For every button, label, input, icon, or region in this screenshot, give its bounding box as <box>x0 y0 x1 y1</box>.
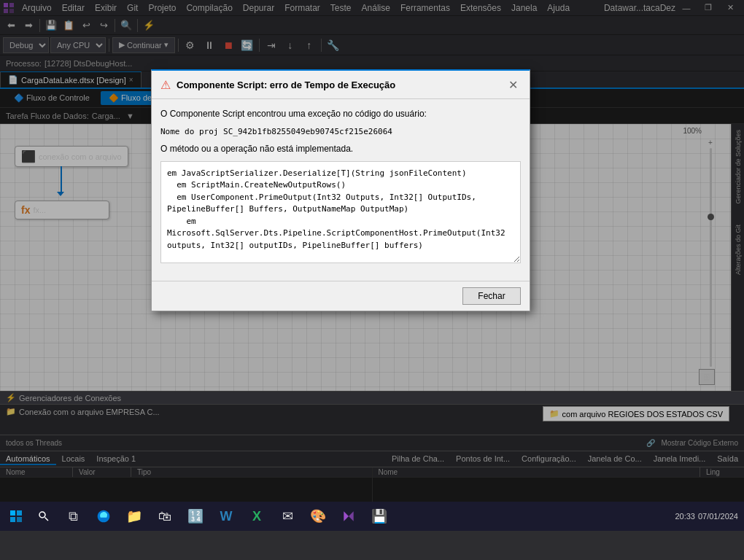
taskbar-app-explorer[interactable]: 📁 <box>120 503 149 529</box>
modal-overlay: ⚠ Componente Script: erro de Tempo de Ex… <box>0 0 744 502</box>
modal-message-1: O Componente Script encontrou uma exceçã… <box>160 108 521 120</box>
svg-point-8 <box>39 512 45 518</box>
start-button[interactable] <box>3 503 29 529</box>
svg-rect-7 <box>17 517 22 522</box>
modal-stacktrace[interactable]: em JavaScriptSerializer.Deserialize[T](S… <box>160 161 521 263</box>
modal-footer: Fechar <box>152 281 530 311</box>
modal-message-2: Nome do proj SC_942b1fb8255049eb90745cf2… <box>160 126 521 137</box>
taskbar-app-paint[interactable]: 🎨 <box>303 503 333 529</box>
modal-warning-icon: ⚠ <box>160 78 171 92</box>
svg-rect-5 <box>17 510 22 516</box>
modal-title: Componente Script: erro de Tempo de Exec… <box>177 79 499 90</box>
modal-fechar-button[interactable]: Fechar <box>462 287 521 305</box>
modal-body: O Componente Script encontrou uma exceçã… <box>152 99 530 281</box>
taskbar-app-store[interactable]: 🛍 <box>150 503 179 529</box>
taskbar-app-word[interactable]: W <box>212 503 241 529</box>
taskbar-app-vs[interactable] <box>334 503 363 529</box>
taskbar-app-ssms[interactable]: 💾 <box>365 503 394 529</box>
taskbar-date: 07/01/2024 <box>698 512 738 521</box>
taskbar: ⧉ 📁 🛍 🔢 W X ✉ 🎨 💾 20:33 07/01/2024 <box>0 502 744 531</box>
svg-rect-4 <box>10 510 15 516</box>
modal-message-3: O método ou a operação não está implemen… <box>160 143 521 155</box>
taskbar-app-edge[interactable] <box>89 503 118 529</box>
svg-rect-6 <box>10 517 15 522</box>
taskbar-app-widgets[interactable]: ⧉ <box>58 503 88 529</box>
taskbar-app-excel[interactable]: X <box>242 503 271 529</box>
taskbar-app-calc[interactable]: 🔢 <box>181 503 210 529</box>
taskbar-apps: ⧉ 📁 🛍 🔢 W X ✉ 🎨 💾 <box>58 503 675 529</box>
error-modal: ⚠ Componente Script: erro de Tempo de Ex… <box>151 69 530 311</box>
modal-close-x-button[interactable]: ✕ <box>505 77 521 93</box>
taskbar-app-mail[interactable]: ✉ <box>273 503 302 529</box>
modal-header: ⚠ Componente Script: erro de Tempo de Ex… <box>152 71 530 99</box>
taskbar-time: 20:33 <box>675 512 695 521</box>
taskbar-right: 20:33 07/01/2024 <box>675 512 741 521</box>
taskbar-search-button[interactable] <box>32 505 55 528</box>
svg-line-9 <box>45 518 49 521</box>
